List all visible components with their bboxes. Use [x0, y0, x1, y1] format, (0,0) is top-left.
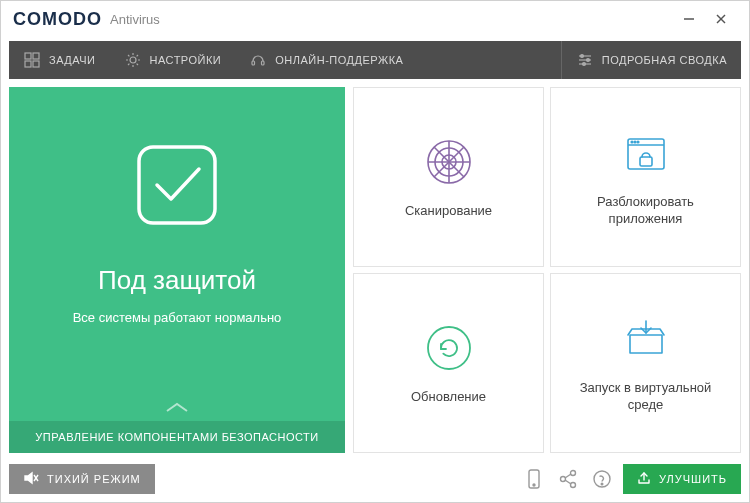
minimize-button[interactable]: [673, 7, 705, 31]
status-subtitle: Все системы работают нормально: [73, 310, 282, 325]
svg-point-15: [582, 63, 585, 66]
svg-point-35: [533, 484, 535, 486]
sliders-icon: [576, 51, 594, 69]
upload-icon: [637, 471, 651, 487]
gear-icon: [124, 51, 142, 69]
status-footer-label: УПРАВЛЕНИЕ КОМПОНЕНТАМИ БЕЗОПАСНОСТИ: [35, 431, 318, 443]
tile-update-label: Обновление: [401, 389, 496, 406]
upgrade-label: УЛУЧШИТЬ: [659, 473, 727, 485]
svg-point-13: [580, 55, 583, 58]
silent-mode-label: ТИХИЙ РЕЖИМ: [47, 473, 141, 485]
svg-point-30: [428, 327, 470, 369]
toolbar-support-label: ОНЛАЙН-ПОДДЕРЖКА: [275, 54, 403, 66]
svg-rect-4: [33, 53, 39, 59]
tile-unlock[interactable]: Разблокировать приложения: [550, 87, 741, 267]
svg-rect-9: [262, 61, 265, 65]
svg-point-36: [560, 477, 565, 482]
svg-rect-24: [628, 139, 664, 169]
tiles-grid: Сканирование Разблокировать приложения: [353, 87, 741, 453]
svg-rect-5: [25, 61, 31, 67]
svg-point-26: [631, 141, 633, 143]
svg-point-38: [570, 483, 575, 488]
toolbar-support[interactable]: ОНЛАЙН-ПОДДЕРЖКА: [235, 41, 417, 79]
tile-update[interactable]: Обновление: [353, 273, 544, 453]
mute-icon: [23, 470, 39, 488]
radar-icon: [422, 135, 476, 189]
toolbar-summary[interactable]: ПОДРОБНАЯ СВОДКА: [561, 41, 741, 79]
product-name: Antivirus: [110, 12, 160, 27]
unlock-icon: [619, 126, 673, 180]
svg-point-14: [586, 59, 589, 62]
toolbar-settings-label: НАСТРОЙКИ: [150, 54, 222, 66]
svg-line-39: [565, 474, 571, 478]
tile-unlock-label: Разблокировать приложения: [551, 194, 740, 228]
upgrade-button[interactable]: УЛУЧШИТЬ: [623, 464, 741, 494]
checkmark-icon: [127, 135, 227, 239]
silent-mode-button[interactable]: ТИХИЙ РЕЖИМ: [9, 464, 155, 494]
svg-point-42: [601, 483, 603, 485]
toolbar-tasks-label: ЗАДАЧИ: [49, 54, 96, 66]
footer-bar: ТИХИЙ РЕЖИМ УЛУЧШИТЬ: [9, 461, 741, 497]
chevron-up-icon[interactable]: [163, 399, 191, 419]
mobile-icon[interactable]: [521, 466, 547, 492]
svg-point-27: [634, 141, 636, 143]
refresh-icon: [422, 321, 476, 375]
main-content: Под защитой Все системы работают нормаль…: [1, 79, 749, 461]
svg-point-7: [130, 57, 136, 63]
toolbar-settings[interactable]: НАСТРОЙКИ: [110, 41, 236, 79]
svg-line-40: [565, 480, 571, 484]
grid-icon: [23, 51, 41, 69]
box-download-icon: [619, 312, 673, 366]
status-panel: Под защитой Все системы работают нормаль…: [9, 87, 345, 453]
status-footer-button[interactable]: УПРАВЛЕНИЕ КОМПОНЕНТАМИ БЕЗОПАСНОСТИ: [9, 421, 345, 453]
share-icon[interactable]: [555, 466, 581, 492]
title-bar: COMODO Antivirus: [1, 1, 749, 37]
svg-point-37: [570, 471, 575, 476]
svg-rect-8: [252, 61, 255, 65]
close-button[interactable]: [705, 7, 737, 31]
tile-scan[interactable]: Сканирование: [353, 87, 544, 267]
svg-point-28: [637, 141, 639, 143]
tile-virtual-label: Запуск в виртуальной среде: [551, 380, 740, 414]
toolbar-tasks[interactable]: ЗАДАЧИ: [9, 41, 110, 79]
svg-rect-16: [139, 147, 215, 223]
svg-rect-29: [640, 157, 652, 166]
toolbar: ЗАДАЧИ НАСТРОЙКИ ОНЛАЙН-ПОДДЕРЖКА ПОДРОБ…: [9, 41, 741, 79]
svg-rect-3: [25, 53, 31, 59]
help-icon[interactable]: [589, 466, 615, 492]
headset-icon: [249, 51, 267, 69]
tile-scan-label: Сканирование: [395, 203, 502, 220]
toolbar-summary-label: ПОДРОБНАЯ СВОДКА: [602, 54, 727, 66]
brand-name: COMODO: [13, 9, 102, 30]
tile-virtual[interactable]: Запуск в виртуальной среде: [550, 273, 741, 453]
status-title: Под защитой: [98, 265, 256, 296]
svg-rect-6: [33, 61, 39, 67]
